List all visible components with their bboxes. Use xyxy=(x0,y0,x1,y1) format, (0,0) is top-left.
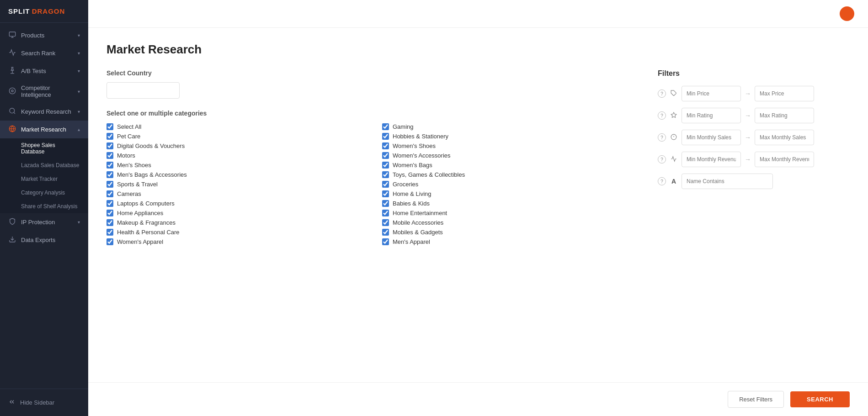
sidebar-item-shopee-sales[interactable]: Shopee Sales Database xyxy=(0,138,88,158)
category-item-womens-bags[interactable]: Women's Bags xyxy=(382,162,639,169)
category-checkbox-home-appliances[interactable] xyxy=(107,210,113,216)
category-checkbox-toys[interactable] xyxy=(382,171,389,178)
svg-rect-0 xyxy=(9,32,15,36)
category-checkbox-womens-apparel[interactable] xyxy=(107,238,113,245)
category-item-hobbies[interactable]: Hobbies & Stationery xyxy=(382,133,639,140)
category-checkbox-pet-care[interactable] xyxy=(107,133,113,140)
logo-split: SPLIT xyxy=(8,7,30,15)
sidebar-item-products[interactable]: Products ▾ xyxy=(0,26,88,44)
sidebar-item-category-analysis[interactable]: Category Analysis xyxy=(0,186,88,200)
sidebar-item-keyword-label: Keyword Research xyxy=(21,108,73,115)
sidebar-item-ip-protection[interactable]: IP Protection ▾ xyxy=(0,213,88,231)
category-item-home-entertainment[interactable]: Home Entertainment xyxy=(382,210,639,216)
sidebar-bottom: Hide Sidebar xyxy=(0,389,88,416)
category-item-makeup[interactable]: Makeup & Fragrances xyxy=(107,219,364,226)
sidebar-item-market-research-label: Market Research xyxy=(21,126,73,133)
search-button[interactable]: SEARCH xyxy=(790,391,850,407)
category-checkbox-mobiles-gadgets[interactable] xyxy=(382,229,389,236)
category-checkbox-makeup[interactable] xyxy=(107,219,113,226)
monthly-sales-help-icon[interactable]: ? xyxy=(658,133,666,142)
category-item-motors[interactable]: Motors xyxy=(107,152,364,159)
category-checkbox-home-entertainment[interactable] xyxy=(382,210,389,216)
category-item-laptops[interactable]: Laptops & Computers xyxy=(107,200,364,207)
category-item-home-living[interactable]: Home & Living xyxy=(382,190,639,197)
sidebar-item-share-of-shelf[interactable]: Share of Shelf Analysis xyxy=(0,200,88,213)
category-checkbox-cameras[interactable] xyxy=(107,190,113,197)
category-label-sports-travel: Sports & Travel xyxy=(117,181,158,188)
category-item-mens-bags[interactable]: Men's Bags & Accessories xyxy=(107,171,364,178)
sidebar-item-keyword-research[interactable]: Keyword Research ▾ xyxy=(0,103,88,121)
lazada-sales-label: Lazada Sales Database xyxy=(21,162,79,169)
name-contains-input[interactable] xyxy=(682,174,773,189)
category-checkbox-mens-apparel[interactable] xyxy=(382,238,389,245)
sidebar-item-market-research[interactable]: Market Research ▴ xyxy=(0,121,88,138)
category-item-babies-kids[interactable]: Babies & Kids xyxy=(382,200,639,207)
country-select[interactable] xyxy=(107,82,180,99)
category-item-womens-apparel[interactable]: Women's Apparel xyxy=(107,238,364,245)
category-checkbox-mens-bags[interactable] xyxy=(107,171,113,178)
category-item-cameras[interactable]: Cameras xyxy=(107,190,364,197)
category-checkbox-motors[interactable] xyxy=(107,152,113,159)
monthly-revenue-help-icon[interactable]: ? xyxy=(658,155,666,163)
category-item-womens-accessories[interactable]: Women's Accessories xyxy=(382,152,639,159)
category-checkbox-mens-shoes[interactable] xyxy=(107,162,113,169)
price-filter-row: ? → xyxy=(658,86,850,101)
category-item-gaming[interactable]: Gaming xyxy=(382,123,639,130)
name-contains-help-icon[interactable]: ? xyxy=(658,177,666,185)
category-item-home-appliances[interactable]: Home Appliances xyxy=(107,210,364,216)
category-label-cameras: Cameras xyxy=(117,190,141,197)
category-checkbox-gaming[interactable] xyxy=(382,123,389,130)
category-checkbox-womens-bags[interactable] xyxy=(382,162,389,169)
sidebar-item-competitor-intelligence[interactable]: Competitor Intelligence ▾ xyxy=(0,80,88,103)
category-item-mobile-accessories[interactable]: Mobile Accessories xyxy=(382,219,639,226)
category-checkbox-laptops[interactable] xyxy=(107,200,113,207)
rating-help-icon[interactable]: ? xyxy=(658,111,666,120)
category-checkbox-babies-kids[interactable] xyxy=(382,200,389,207)
max-rating-input[interactable] xyxy=(755,108,814,123)
category-item-mobiles-gadgets[interactable]: Mobiles & Gadgets xyxy=(382,229,639,236)
category-item-toys[interactable]: Toys, Games & Collectibles xyxy=(382,171,639,178)
sidebar-item-ab-tests[interactable]: A/B Tests ▾ xyxy=(0,62,88,80)
category-item-select-all[interactable]: Select All xyxy=(107,123,364,130)
category-item-groceries[interactable]: Groceries xyxy=(382,181,639,188)
bottom-bar: Reset Filters SEARCH xyxy=(88,382,868,416)
category-item-mens-apparel[interactable]: Men's Apparel xyxy=(382,238,639,245)
sidebar-item-market-tracker[interactable]: Market Tracker xyxy=(0,172,88,186)
category-checkbox-womens-shoes[interactable] xyxy=(382,142,389,149)
category-checkbox-digital-goods[interactable] xyxy=(107,142,113,149)
filters-title: Filters xyxy=(658,69,850,78)
category-item-digital-goods[interactable]: Digital Goods & Vouchers xyxy=(107,142,364,149)
max-monthly-sales-input[interactable] xyxy=(755,130,814,145)
category-checkbox-select-all[interactable] xyxy=(107,123,113,130)
price-help-icon[interactable]: ? xyxy=(658,90,666,98)
category-checkbox-groceries[interactable] xyxy=(382,181,389,188)
keyword-chevron-icon: ▾ xyxy=(78,109,80,114)
category-item-mens-shoes[interactable]: Men's Shoes xyxy=(107,162,364,169)
categories-grid: Select AllGamingPet CareHobbies & Statio… xyxy=(107,123,639,245)
hide-sidebar-button[interactable]: Hide Sidebar xyxy=(8,395,80,411)
category-checkbox-mobile-accessories[interactable] xyxy=(382,219,389,226)
sidebar-item-search-rank[interactable]: Search Rank ▾ xyxy=(0,44,88,62)
category-item-womens-shoes[interactable]: Women's Shoes xyxy=(382,142,639,149)
min-monthly-revenue-input[interactable] xyxy=(682,152,741,167)
min-price-input[interactable] xyxy=(682,86,741,101)
category-checkbox-womens-accessories[interactable] xyxy=(382,152,389,159)
max-monthly-revenue-input[interactable] xyxy=(755,152,814,167)
category-checkbox-sports-travel[interactable] xyxy=(107,181,113,188)
ab-tests-icon xyxy=(8,67,16,75)
category-label-mens-apparel: Men's Apparel xyxy=(393,238,430,245)
category-item-health[interactable]: Health & Personal Care xyxy=(107,229,364,236)
sidebar-item-data-exports[interactable]: Data Exports xyxy=(0,231,88,249)
category-item-sports-travel[interactable]: Sports & Travel xyxy=(107,181,364,188)
categories-label: Select one or multiple categories xyxy=(107,110,639,117)
min-rating-input[interactable] xyxy=(682,108,741,123)
max-price-input[interactable] xyxy=(755,86,814,101)
category-checkbox-hobbies[interactable] xyxy=(382,133,389,140)
reset-filters-button[interactable]: Reset Filters xyxy=(728,391,784,408)
category-checkbox-home-living[interactable] xyxy=(382,190,389,197)
category-item-pet-care[interactable]: Pet Care xyxy=(107,133,364,140)
min-monthly-sales-input[interactable] xyxy=(682,130,741,145)
category-checkbox-health[interactable] xyxy=(107,229,113,236)
user-avatar[interactable] xyxy=(840,6,854,21)
sidebar-item-lazada-sales[interactable]: Lazada Sales Database xyxy=(0,158,88,172)
